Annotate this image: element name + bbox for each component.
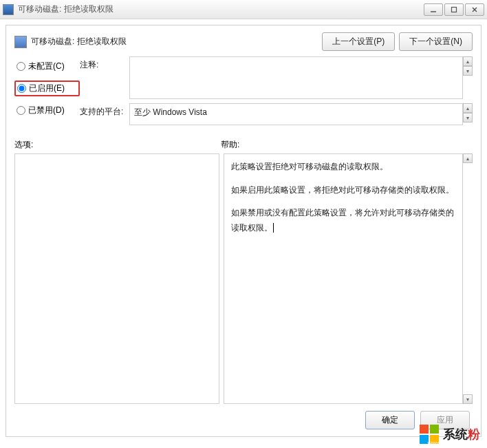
close-icon [471,6,478,13]
comment-row: 注释: ▴ ▾ [80,56,473,99]
help-panel: 此策略设置拒绝对可移动磁盘的读取权限。 如果启用此策略设置，将拒绝对此可移动存储… [224,153,463,404]
fields-column: 注释: ▴ ▾ 支持的平台: 至少 Windows Vista ▴ ▾ [80,56,473,129]
comment-label: 注释: [80,56,129,71]
help-paragraph-2: 如果启用此策略设置，将拒绝对此可移动存储类的读取权限。 [231,183,455,198]
app-icon [3,4,14,15]
minimize-icon [430,6,437,13]
watermark-url: www.win7999.com [427,440,479,447]
radio-enabled[interactable]: 已启用(E) [14,81,80,96]
help-paragraph-3: 如果禁用或没有配置此策略设置，将允许对此可移动存储类的读取权限。 [231,206,455,235]
radio-enabled-input[interactable] [17,84,26,93]
window-title-bar: 可移动磁盘: 拒绝读取权限 [0,0,487,19]
window-title: 可移动磁盘: 拒绝读取权限 [18,3,424,15]
help-scrollbar[interactable]: ▴ ▾ [463,153,473,404]
help-paragraph-1: 此策略设置拒绝对可移动磁盘的读取权限。 [231,160,455,175]
text-caret [273,223,274,233]
maximize-button[interactable] [444,3,464,16]
help-paragraph-3-text: 如果禁用或没有配置此策略设置，将允许对此可移动存储类的读取权限。 [231,208,454,233]
options-label: 选项: [14,139,221,151]
platform-label: 支持的平台: [80,103,129,118]
policy-title: 可移动磁盘: 拒绝读取权限 [31,36,322,47]
close-button[interactable] [465,3,484,16]
policy-icon [14,36,27,48]
platform-row: 支持的平台: 至少 Windows Vista ▴ ▾ [80,103,473,125]
scroll-down-icon[interactable]: ▾ [463,113,473,122]
scroll-up-icon[interactable]: ▴ [463,56,473,66]
comment-scrollbar[interactable]: ▴ ▾ [463,56,473,76]
radio-enabled-label: 已启用(E) [29,83,65,94]
comment-input[interactable] [129,56,463,99]
ok-button[interactable]: 确定 [365,411,415,429]
platform-value: 至少 Windows Vista [129,103,463,125]
maximize-icon [451,6,457,13]
svg-rect-1 [452,7,457,12]
radio-disabled[interactable]: 已禁用(D) [14,103,80,118]
options-panel [14,153,219,404]
radio-not-configured-label: 未配置(C) [28,61,65,72]
lower-panels: 此策略设置拒绝对可移动磁盘的读取权限。 如果启用此策略设置，将拒绝对此可移动存储… [14,153,473,404]
previous-setting-button[interactable]: 上一个设置(P) [322,32,395,51]
dialog-buttons: 确定 应用 [14,411,473,429]
scroll-up-icon[interactable]: ▴ [463,153,473,163]
minimize-button[interactable] [424,3,443,16]
state-radio-group: 未配置(C) 已启用(E) 已禁用(D) [14,56,80,129]
radio-not-configured-input[interactable] [17,62,25,71]
dialog-body: 可移动磁盘: 拒绝读取权限 上一个设置(P) 下一个设置(N) 未配置(C) 已… [6,25,481,437]
policy-header: 可移动磁盘: 拒绝读取权限 上一个设置(P) 下一个设置(N) [14,32,473,51]
next-setting-button[interactable]: 下一个设置(N) [399,32,473,51]
apply-button[interactable]: 应用 [420,411,470,429]
scroll-down-icon[interactable]: ▾ [463,394,473,404]
radio-not-configured[interactable]: 未配置(C) [14,59,80,74]
scroll-up-icon[interactable]: ▴ [463,103,473,113]
help-label: 帮助: [221,139,239,151]
platform-scrollbar[interactable]: ▴ ▾ [463,103,473,122]
window-controls [424,3,484,16]
nav-buttons: 上一个设置(P) 下一个设置(N) [322,32,473,51]
section-labels: 选项: 帮助: [14,139,473,151]
radio-disabled-label: 已禁用(D) [28,105,65,116]
scroll-down-icon[interactable]: ▾ [463,66,473,76]
radio-disabled-input[interactable] [17,106,25,115]
help-panel-wrap: 此策略设置拒绝对可移动磁盘的读取权限。 如果启用此策略设置，将拒绝对此可移动存储… [224,153,473,404]
upper-section: 未配置(C) 已启用(E) 已禁用(D) 注释: ▴ ▾ 支持的平台: [14,56,473,129]
